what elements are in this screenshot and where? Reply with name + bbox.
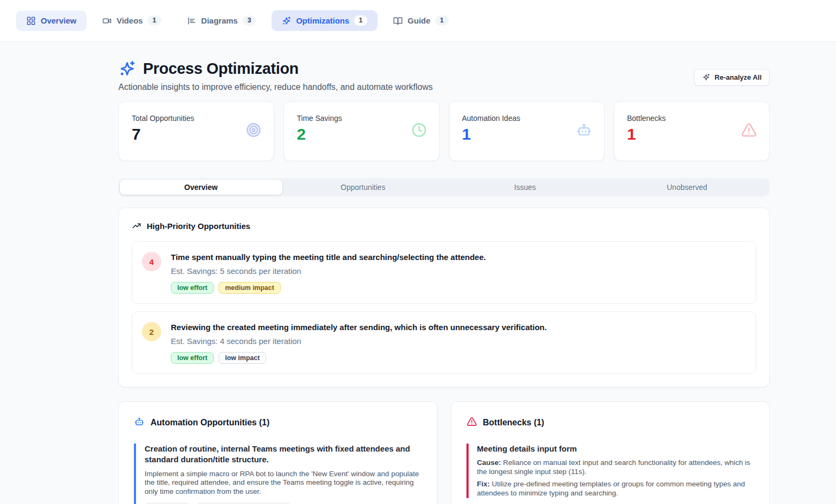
bot-icon: [134, 416, 145, 427]
bot-icon: [576, 122, 592, 139]
nav-count-badge: 3: [243, 16, 256, 26]
opportunity-title: Reviewing the created meeting immediatel…: [171, 322, 547, 333]
effort-tag: low effort: [171, 282, 214, 294]
nav-tab-label: Overview: [41, 16, 77, 25]
nav-tab-diagrams[interactable]: Diagrams 3: [177, 10, 266, 31]
stat-label: Bottlenecks: [627, 114, 756, 123]
nav-count-badge: 1: [354, 16, 367, 26]
nav-tab-label: Optimizations: [296, 16, 349, 25]
trending-up-icon: [132, 221, 141, 231]
reanalyze-all-button[interactable]: Re-analyze All: [694, 69, 770, 86]
high-priority-panel: High-Priority Opportunities 4 Time spent…: [118, 208, 770, 387]
opportunity-item: 4 Time spent manually typing the meeting…: [132, 241, 756, 304]
book-open-icon: [393, 16, 403, 26]
nav-tab-guide[interactable]: Guide 1: [383, 10, 458, 31]
stat-card-bottlenecks: Bottlenecks 1: [614, 101, 770, 161]
video-icon: [102, 16, 112, 26]
sparkles-icon: [702, 73, 710, 81]
fix-text: Utilize pre-defined meeting templates or…: [477, 480, 745, 497]
nav-tab-label: Diagrams: [201, 16, 238, 25]
stat-value: 1: [462, 126, 591, 142]
clock-icon: [411, 122, 427, 139]
stat-card-total-opportunities: Total Opportunities 7: [118, 101, 274, 161]
cause-label: Cause:: [477, 459, 501, 467]
opportunity-title: Time spent manually typing the meeting t…: [171, 252, 486, 263]
card-heading: Bottlenecks (1): [483, 418, 545, 427]
alert-triangle-icon: [466, 416, 477, 427]
bottleneck-cause: Cause: Reliance on manual text input and…: [477, 459, 755, 476]
fix-label: Fix:: [477, 480, 490, 488]
stat-label: Total Opportunities: [132, 114, 261, 123]
stat-value: 1: [627, 126, 756, 142]
view-tab-unobserved[interactable]: Unobserved: [606, 180, 769, 195]
impact-tag: low impact: [219, 352, 266, 364]
stat-value: 2: [297, 126, 426, 142]
sparkles-icon: [282, 16, 291, 26]
reanalyze-label: Re-analyze All: [714, 73, 762, 81]
view-tab-issues[interactable]: Issues: [444, 180, 606, 195]
nav-tab-optimizations[interactable]: Optimizations 1: [272, 10, 378, 31]
cause-text: Reliance on manual text input and search…: [477, 459, 750, 476]
bottlenecks-card: Bottlenecks (1) Meeting details input fo…: [451, 401, 770, 504]
page-subtitle: Actionable insights to improve efficienc…: [118, 82, 770, 92]
opportunity-item: 2 Reviewing the created meeting immediat…: [132, 311, 756, 374]
view-tab-opportunities[interactable]: Opportunities: [282, 180, 445, 195]
nav-tab-overview[interactable]: Overview: [16, 11, 87, 31]
bottleneck-item-title: Meeting details input form: [477, 444, 755, 454]
nav-count-badge: 1: [435, 16, 449, 26]
grid-icon: [26, 16, 36, 26]
stat-value: 7: [132, 126, 261, 142]
automation-item-description: Implement a simple macro or RPA bot to l…: [145, 470, 422, 497]
automation-item: Creation of routine, internal Teams meet…: [134, 444, 422, 504]
panel-heading: High-Priority Opportunities: [147, 222, 250, 231]
page-title: Process Optimization: [143, 60, 299, 78]
impact-tag: medium impact: [219, 282, 281, 294]
main-content: Process Optimization Actionable insights…: [118, 42, 770, 504]
view-tab-overview[interactable]: Overview: [120, 180, 282, 195]
bottom-cards-row: Automation Opportunities (1) Creation of…: [118, 401, 770, 504]
stat-card-automation-ideas: Automation Ideas 1: [449, 101, 605, 161]
target-icon: [245, 122, 262, 139]
alert-triangle-icon: [741, 122, 757, 139]
card-heading: Automation Opportunities (1): [150, 418, 269, 427]
opportunity-savings: Est. Savings: 4 seconds per iteration: [171, 337, 547, 346]
page-header: Process Optimization Actionable insights…: [118, 42, 770, 92]
bottleneck-item: Meeting details input form Cause: Relian…: [466, 444, 755, 498]
top-navigation: Overview Videos 1 Diagrams 3 Optimizatio…: [0, 0, 836, 42]
stat-card-time-savings: Time Savings 2: [283, 101, 439, 161]
sparkles-icon: [118, 60, 136, 78]
effort-tag: low effort: [171, 352, 214, 364]
nav-count-badge: 1: [148, 16, 161, 26]
nav-tab-videos[interactable]: Videos 1: [92, 10, 171, 31]
stats-row: Total Opportunities 7 Time Savings 2 Aut…: [118, 101, 770, 161]
nav-tab-label: Guide: [408, 16, 431, 25]
stat-label: Time Savings: [297, 114, 426, 123]
bottleneck-fix: Fix: Utilize pre-defined meeting templat…: [477, 480, 755, 498]
opportunity-savings: Est. Savings: 5 seconds per iteration: [171, 266, 486, 276]
nav-tab-label: Videos: [117, 16, 143, 25]
automation-opportunities-card: Automation Opportunities (1) Creation of…: [118, 401, 438, 504]
stat-label: Automation Ideas: [462, 114, 591, 123]
rank-badge: 2: [142, 322, 161, 341]
automation-item-title: Creation of routine, internal Teams meet…: [145, 444, 422, 465]
view-tab-bar: Overview Opportunities Issues Unobserved: [118, 178, 770, 196]
bar-chart-icon: [187, 16, 197, 26]
rank-badge: 4: [142, 252, 161, 271]
